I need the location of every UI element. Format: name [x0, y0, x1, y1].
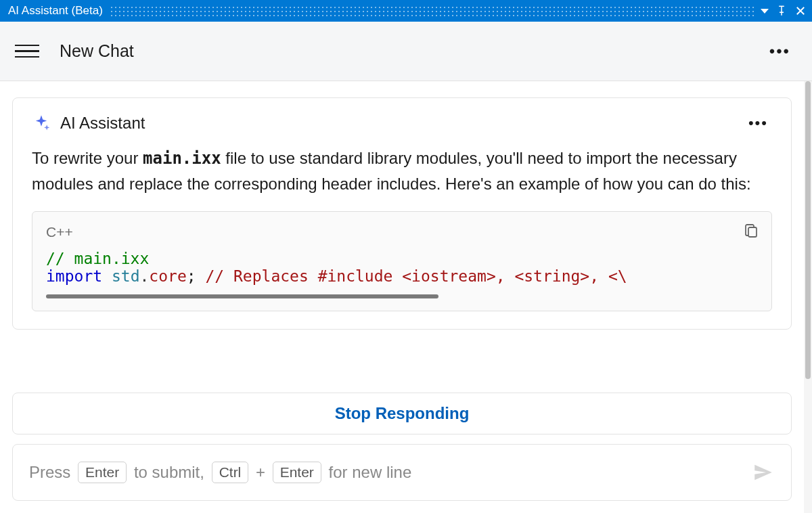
message-header: AI Assistant ••• — [32, 113, 772, 133]
title-controls — [761, 5, 807, 17]
code-horizontal-scrollbar[interactable] — [46, 294, 438, 298]
svg-rect-0 — [748, 227, 757, 237]
code-comment: // main.ixx — [46, 250, 149, 267]
message-author: AI Assistant — [60, 114, 145, 133]
code-content: // main.ixx import std.core; // Replaces… — [46, 250, 758, 285]
chat-input[interactable]: Press Enter to submit, Ctrl + Enter for … — [12, 444, 792, 501]
vertical-scrollbar-track[interactable] — [804, 81, 812, 513]
stop-responding-button[interactable]: Stop Responding — [12, 393, 792, 434]
dropdown-icon[interactable] — [761, 9, 769, 14]
message-overflow-icon[interactable]: ••• — [744, 113, 772, 133]
toolbar-overflow-icon[interactable]: ••• — [763, 39, 797, 64]
message-body: To rewrite your main.ixx file to use sta… — [32, 146, 772, 196]
hint-submit: to submit, — [134, 463, 204, 482]
code-identifier2: core — [149, 267, 186, 285]
menu-icon[interactable] — [15, 45, 39, 58]
assistant-message: AI Assistant ••• To rewrite your main.ix… — [12, 97, 792, 330]
kbd-ctrl: Ctrl — [212, 462, 249, 483]
pin-icon[interactable] — [775, 5, 788, 17]
copy-icon[interactable] — [743, 223, 759, 239]
hint-press: Press — [29, 463, 70, 482]
sparkle-icon — [32, 114, 51, 133]
vertical-scrollbar-thumb[interactable] — [805, 81, 811, 379]
code-language-label: C++ — [46, 224, 758, 240]
code-dot: . — [140, 267, 150, 285]
code-semicolon: ; — [187, 267, 196, 285]
content-area: AI Assistant ••• To rewrite your main.ix… — [0, 81, 812, 513]
message-text-part1: To rewrite your — [32, 149, 143, 167]
hint-newline: for new line — [329, 463, 412, 482]
code-block: C++ // main.ixx import std.core; // Repl… — [32, 211, 772, 311]
window-title: AI Assistant (Beta) — [5, 4, 103, 18]
title-bar: AI Assistant (Beta) — [0, 0, 812, 22]
kbd-enter: Enter — [78, 462, 127, 483]
messages-scroll[interactable]: AI Assistant ••• To rewrite your main.ix… — [0, 81, 812, 388]
code-keyword: import — [46, 267, 102, 285]
code-comment2: // Replaces #include <iostream>, <string… — [205, 267, 627, 285]
chat-toolbar: New Chat ••• — [0, 22, 812, 81]
send-icon[interactable] — [752, 461, 775, 484]
code-identifier: std — [112, 267, 140, 285]
title-grip[interactable] — [110, 5, 754, 16]
inline-code: main.ixx — [143, 149, 221, 168]
bottom-panel: Stop Responding Press Enter to submit, C… — [0, 388, 804, 513]
kbd-enter2: Enter — [273, 462, 321, 483]
chat-title: New Chat — [60, 41, 134, 61]
close-icon[interactable] — [794, 5, 807, 17]
hint-plus: + — [256, 463, 265, 482]
